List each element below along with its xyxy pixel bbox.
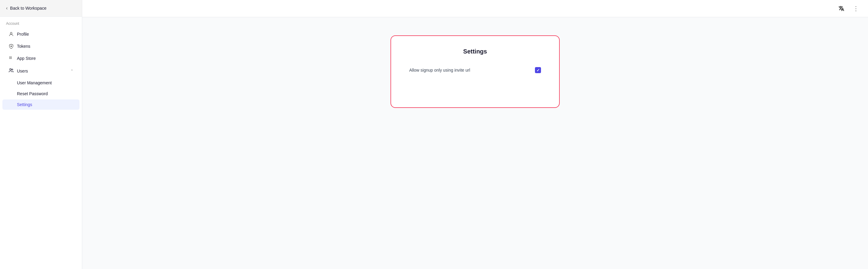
sidebar: ‹ Back to Workspace Account Profile Toke… (0, 0, 82, 269)
settings-label: Settings (17, 102, 32, 107)
svg-point-5 (9, 57, 10, 58)
user-management-label: User Management (17, 81, 52, 85)
profile-label: Profile (17, 32, 29, 36)
svg-point-10 (11, 58, 12, 59)
sidebar-item-settings[interactable]: Settings (2, 99, 80, 110)
sidebar-item-users[interactable]: Users ⌃ (2, 65, 80, 77)
chevron-up-icon: ⌃ (70, 69, 73, 73)
sidebar-item-reset-password[interactable]: Reset Password (2, 89, 80, 99)
svg-point-4 (11, 57, 12, 57)
more-dots-icon: ⋮ (853, 5, 859, 12)
shield-icon (8, 43, 14, 49)
tokens-label: Tokens (17, 44, 30, 49)
invite-url-setting-row: Allow signup only using invite url (409, 67, 541, 73)
svg-point-3 (10, 57, 11, 57)
grid-icon (8, 56, 14, 61)
sidebar-item-tokens[interactable]: Tokens (2, 40, 80, 52)
svg-point-7 (11, 57, 12, 58)
svg-point-8 (9, 58, 10, 59)
sidebar-item-profile[interactable]: Profile (2, 28, 80, 40)
more-options-button[interactable]: ⋮ (851, 4, 861, 13)
sidebar-item-user-management[interactable]: User Management (2, 78, 80, 88)
main-content: ⋮ Settings Allow signup only using invit… (82, 0, 868, 269)
invite-url-checkbox[interactable] (535, 67, 541, 73)
svg-point-6 (10, 57, 11, 58)
svg-point-1 (10, 46, 12, 47)
users-left: Users (8, 68, 28, 74)
settings-card: Settings Allow signup only using invite … (391, 35, 560, 108)
account-section-label: Account (0, 17, 82, 28)
content-area: Settings Allow signup only using invite … (82, 17, 868, 269)
translate-icon-button[interactable] (837, 4, 846, 13)
back-arrow-icon: ‹ (6, 5, 7, 11)
settings-card-title: Settings (463, 48, 487, 55)
sidebar-item-app-store[interactable]: App Store (2, 53, 80, 64)
svg-point-11 (10, 69, 11, 70)
person-icon (8, 31, 14, 37)
svg-point-12 (12, 69, 13, 70)
app-store-label: App Store (17, 56, 36, 61)
svg-point-9 (10, 58, 11, 59)
invite-url-label: Allow signup only using invite url (409, 68, 470, 72)
svg-point-2 (9, 57, 10, 57)
users-label: Users (17, 69, 28, 73)
top-bar: ⋮ (82, 0, 868, 17)
back-to-workspace-label: Back to Workspace (10, 6, 46, 10)
reset-password-label: Reset Password (17, 91, 48, 96)
back-to-workspace-link[interactable]: ‹ Back to Workspace (0, 0, 82, 17)
people-icon (8, 68, 14, 74)
svg-point-0 (10, 32, 12, 34)
